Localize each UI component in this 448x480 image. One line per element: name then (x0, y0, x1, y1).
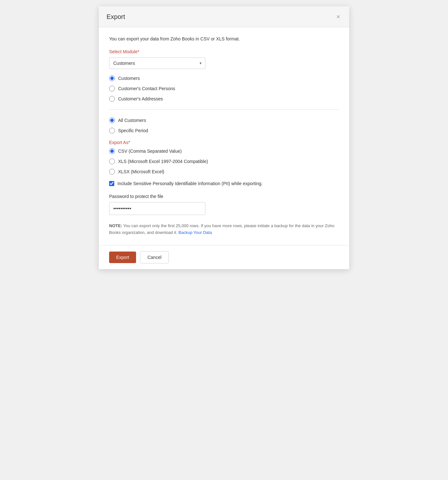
radio-xlsx[interactable] (109, 169, 115, 175)
note-prefix: NOTE: (109, 223, 123, 228)
radio-item-xlsx[interactable]: XLSX (Microsoft Excel) (109, 169, 339, 175)
export-as-radio-group: CSV (Comma Separated Value) XLS (Microso… (109, 148, 339, 175)
radio-item-customers[interactable]: Customers (109, 75, 339, 81)
cancel-button[interactable]: Cancel (140, 251, 169, 263)
radio-customers[interactable] (109, 75, 115, 81)
backup-link[interactable]: Backup Your Data (178, 230, 212, 235)
password-label: Password to protect the file (109, 194, 339, 199)
radio-item-csv[interactable]: CSV (Comma Separated Value) (109, 148, 339, 154)
pii-checkbox-item[interactable]: Include Sensitive Personally Identifiabl… (109, 181, 339, 186)
note-section: NOTE: You can export only the first 25,0… (109, 223, 339, 236)
radio-item-addresses[interactable]: Customer's Addresses (109, 96, 339, 102)
dialog-body: You can export your data from Zoho Books… (99, 27, 349, 245)
radio-xlsx-label: XLSX (Microsoft Excel) (118, 169, 164, 174)
radio-item-specific-period[interactable]: Specific Period (109, 128, 339, 133)
password-section: Password to protect the file (109, 194, 339, 215)
module-radio-group: Customers Customer's Contact Persons Cus… (109, 75, 339, 102)
intro-text: You can export your data from Zoho Books… (109, 36, 339, 41)
radio-contact-persons[interactable] (109, 86, 115, 91)
radio-all-customers[interactable] (109, 117, 115, 123)
radio-specific-period-label: Specific Period (118, 128, 148, 133)
radio-item-xls[interactable]: XLS (Microsoft Excel 1997-2004 Compatibl… (109, 159, 339, 164)
pii-checkbox[interactable] (109, 181, 114, 186)
select-module-section: Select Module* Customers Vendors Items I… (109, 49, 339, 75)
note-text: You can export only the first 25,000 row… (109, 223, 334, 235)
radio-xls[interactable] (109, 159, 115, 164)
dialog-footer: Export Cancel (99, 245, 349, 269)
period-radio-group: All Customers Specific Period (109, 117, 339, 133)
export-dialog: Export × You can export your data from Z… (99, 6, 349, 269)
radio-item-contact-persons[interactable]: Customer's Contact Persons (109, 86, 339, 91)
dialog-header: Export × (99, 6, 349, 27)
radio-specific-period[interactable] (109, 128, 115, 133)
radio-csv-label: CSV (Comma Separated Value) (118, 149, 182, 154)
radio-customers-label: Customers (118, 76, 140, 81)
radio-csv[interactable] (109, 148, 115, 154)
dialog-title: Export (107, 13, 125, 21)
radio-all-customers-label: All Customers (118, 118, 146, 123)
radio-addresses-label: Customer's Addresses (118, 96, 163, 101)
module-select-wrapper: Customers Vendors Items Invoices Bills ▾ (109, 57, 205, 69)
divider-1 (109, 109, 339, 110)
radio-item-all-customers[interactable]: All Customers (109, 117, 339, 123)
export-as-label: Export As* (109, 140, 339, 145)
radio-xls-label: XLS (Microsoft Excel 1997-2004 Compatibl… (118, 159, 208, 164)
select-module-label: Select Module* (109, 49, 339, 54)
export-as-section: Export As* CSV (Comma Separated Value) X… (109, 140, 339, 175)
pii-checkbox-label: Include Sensitive Personally Identifiabl… (117, 181, 263, 186)
close-button[interactable]: × (335, 12, 341, 21)
module-select[interactable]: Customers Vendors Items Invoices Bills (109, 57, 205, 69)
radio-contact-persons-label: Customer's Contact Persons (118, 86, 175, 91)
radio-addresses[interactable] (109, 96, 115, 102)
export-button[interactable]: Export (109, 252, 136, 263)
password-input[interactable] (109, 202, 205, 215)
